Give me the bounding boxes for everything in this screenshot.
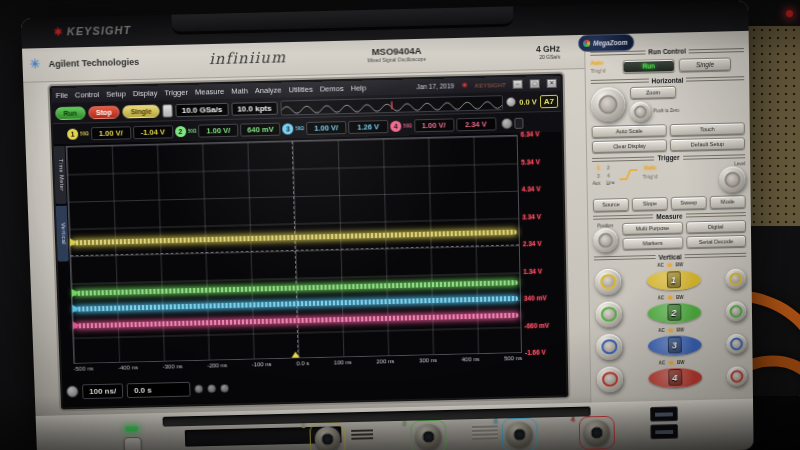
measure-position-knob[interactable] <box>593 228 617 252</box>
menu-setup[interactable]: Setup <box>106 89 126 99</box>
channel-2-offset[interactable]: 640 mV <box>240 122 280 136</box>
single-hard-button[interactable]: Single <box>679 57 731 72</box>
channel-4-on-button[interactable]: 4 <box>668 369 682 386</box>
channel-4-icon[interactable]: 4 <box>390 120 401 131</box>
time-label: 100 ns <box>334 359 352 365</box>
channel-1-ground-marker[interactable] <box>70 238 77 246</box>
channel-3-offset-knob[interactable] <box>726 334 746 354</box>
default-setup-button[interactable]: Default Setup <box>670 137 745 151</box>
channel-3-lens: 3 <box>647 335 701 356</box>
time-label: 200 ns <box>376 358 394 364</box>
menu-utilities[interactable]: Utilities <box>289 85 313 95</box>
channel-3-offset[interactable]: 1.26 V <box>348 119 388 133</box>
sample-rate-readout[interactable]: 10.0 GSa/s <box>176 102 229 116</box>
bnc-connector <box>415 424 441 450</box>
trigger-level-knob[interactable] <box>719 167 745 194</box>
trigger-level-icon[interactable] <box>506 97 516 107</box>
menu-math[interactable]: Math <box>231 86 248 95</box>
memory-depth-readout[interactable]: 10.0 kpts <box>231 101 278 115</box>
auto-scale-button[interactable]: Auto Scale <box>592 124 667 138</box>
menu-help[interactable]: Help <box>351 83 367 92</box>
minimize-button[interactable]: – <box>513 80 523 89</box>
menu-trigger[interactable]: Trigger <box>164 88 188 98</box>
aux-channel-icon[interactable] <box>501 117 512 128</box>
channel-2-ground-marker[interactable] <box>72 289 79 297</box>
touch-toggle-icon[interactable] <box>162 104 172 117</box>
channel-1-controls[interactable]: 1 50Ω 1.00 V/ -1.04 V <box>67 125 173 141</box>
stop-button[interactable]: Stop <box>88 105 120 119</box>
vertical-channel-4: ACBW 4 <box>596 358 748 392</box>
horizontal-scale-knob[interactable] <box>591 87 626 122</box>
agilent-spark-icon: ✳ <box>29 56 40 71</box>
channel-3-ground-marker[interactable] <box>72 305 79 313</box>
power-led <box>125 426 138 431</box>
channel-4-scale[interactable]: 1.00 V/ <box>414 118 454 132</box>
touch-button[interactable]: Touch <box>670 122 745 136</box>
timebase-readout[interactable]: 100 ns/ <box>82 383 123 399</box>
channel-3-input: 3 <box>501 418 537 450</box>
channel-1-lens: 1 <box>646 270 700 291</box>
trigger-source-button[interactable]: Source <box>593 198 629 211</box>
channel-2-scale-knob[interactable] <box>596 301 622 327</box>
channel-3-controls[interactable]: 3 50Ω 1.00 V/ 1.26 V <box>282 119 388 135</box>
clear-display-button[interactable]: Clear Display <box>592 139 667 153</box>
trigger-mode-button[interactable]: Mode <box>710 196 746 209</box>
menu-control[interactable]: Control <box>75 90 100 100</box>
menu-file[interactable]: File <box>56 91 68 100</box>
channel-2-controls[interactable]: 2 50Ω 1.00 V/ 640 mV <box>175 122 281 138</box>
status-icon[interactable] <box>194 384 203 393</box>
zoom-button[interactable]: Zoom <box>630 85 676 98</box>
channel-4-scale-knob[interactable] <box>597 366 623 392</box>
channel-4-ground-marker[interactable] <box>73 321 80 329</box>
channel-4-controls[interactable]: 4 50Ω 1.00 V/ 2.34 V <box>390 117 496 133</box>
channel-1-scale[interactable]: 1.00 V/ <box>91 126 131 140</box>
channel-3-scale-knob[interactable] <box>596 334 622 360</box>
serial-decode-button[interactable]: Serial Decode <box>686 235 746 249</box>
channel-3-icon[interactable]: 3 <box>282 123 293 134</box>
multi-purpose-button[interactable]: Multi Purpose <box>622 221 683 235</box>
voltage-scale-label: 340 mV <box>524 294 564 302</box>
markers-button[interactable]: Markers <box>622 237 682 251</box>
trigger-level-readout[interactable]: 0.0 V <box>519 97 537 106</box>
run-hard-button[interactable]: Run <box>623 58 675 73</box>
control-panel: Run Control Auto Trig'd Run Single Horiz… <box>584 41 753 403</box>
tab-time-meter[interactable]: Time Meter <box>54 146 67 204</box>
trigger-time-marker[interactable] <box>291 352 299 358</box>
tab-vertical[interactable]: Vertical <box>56 206 69 262</box>
single-button[interactable]: Single <box>122 104 159 118</box>
digital-button[interactable]: Digital <box>686 220 747 234</box>
status-icon[interactable] <box>220 383 229 392</box>
channel-2-scale[interactable]: 1.00 V/ <box>198 123 238 137</box>
trigger-slope-button[interactable]: Slope <box>632 197 668 210</box>
maximize-button[interactable]: ▢ <box>530 79 540 88</box>
timebase-knob-icon[interactable] <box>66 386 78 398</box>
channel-4-offset-knob[interactable] <box>727 366 747 386</box>
status-icon[interactable] <box>207 384 216 393</box>
channel-2-offset-knob[interactable] <box>726 301 746 321</box>
time-label: -500 ns <box>73 365 93 371</box>
channel-3-scale[interactable]: 1.00 V/ <box>306 121 346 135</box>
delay-readout[interactable]: 0.0 s <box>127 381 191 397</box>
digital-channels-icon[interactable] <box>514 117 523 128</box>
channel-1-offset[interactable]: -1.04 V <box>133 125 173 139</box>
menu-display[interactable]: Display <box>133 89 158 99</box>
waveform-preview-strip <box>280 95 503 115</box>
channel-3-on-button[interactable]: 3 <box>667 337 681 354</box>
status-bar: 100 ns/ 0.0 s <box>66 368 562 404</box>
run-button[interactable]: Run <box>55 106 85 120</box>
menu-analyze[interactable]: Analyze <box>255 86 282 96</box>
channel-1-icon[interactable]: 1 <box>67 128 78 139</box>
menu-measure[interactable]: Measure <box>195 87 225 97</box>
channel-4-offset[interactable]: 2.34 V <box>456 117 496 131</box>
channel-2-on-button[interactable]: 2 <box>667 304 681 321</box>
trigger-sweep-button[interactable]: Sweep <box>671 197 707 210</box>
channel-2-icon[interactable]: 2 <box>175 125 186 136</box>
channel-1-scale-knob[interactable] <box>595 268 621 294</box>
channel-1-on-button[interactable]: 1 <box>666 271 680 288</box>
power-button[interactable] <box>124 437 142 450</box>
menu-demos[interactable]: Demos <box>320 84 344 94</box>
horizontal-position-knob[interactable] <box>630 101 650 122</box>
coupling-led <box>668 263 672 266</box>
close-button[interactable]: ✕ <box>547 79 557 88</box>
channel-1-offset-knob[interactable] <box>726 268 746 288</box>
